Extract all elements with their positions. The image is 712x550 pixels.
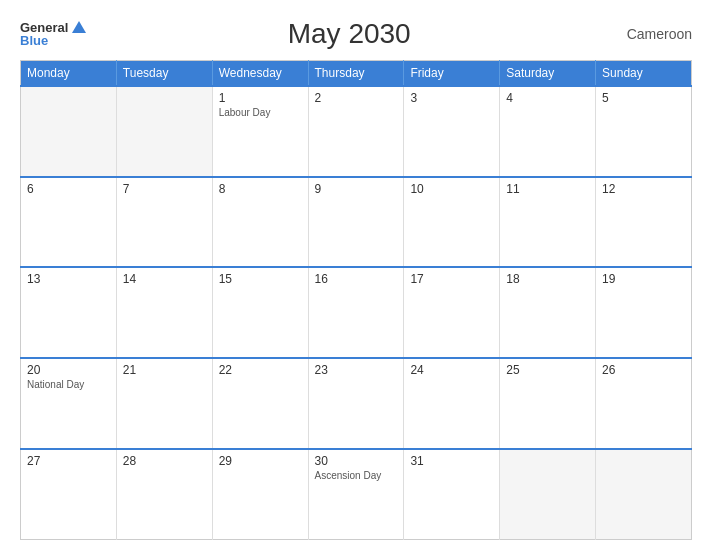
calendar-day-cell: [500, 449, 596, 540]
calendar-title: May 2030: [86, 18, 612, 50]
calendar-day-cell: 2: [308, 86, 404, 177]
day-number: 6: [27, 182, 110, 196]
calendar-day-cell: 24: [404, 358, 500, 449]
day-number: 24: [410, 363, 493, 377]
calendar-day-cell: 10: [404, 177, 500, 268]
logo-triangle-icon: [72, 21, 86, 33]
calendar-day-header: Thursday: [308, 61, 404, 87]
calendar-week-row: 20National Day212223242526: [21, 358, 692, 449]
day-number: 3: [410, 91, 493, 105]
calendar-week-row: 13141516171819: [21, 267, 692, 358]
calendar-day-cell: 30Ascension Day: [308, 449, 404, 540]
calendar-day-cell: 12: [596, 177, 692, 268]
day-number: 19: [602, 272, 685, 286]
calendar-day-cell: 20National Day: [21, 358, 117, 449]
day-number: 31: [410, 454, 493, 468]
day-number: 12: [602, 182, 685, 196]
calendar-day-cell: 17: [404, 267, 500, 358]
calendar-day-cell: 8: [212, 177, 308, 268]
holiday-label: National Day: [27, 379, 110, 390]
calendar-day-cell: [21, 86, 117, 177]
calendar-day-cell: 26: [596, 358, 692, 449]
day-number: 30: [315, 454, 398, 468]
day-number: 18: [506, 272, 589, 286]
calendar-day-header: Wednesday: [212, 61, 308, 87]
calendar-week-row: 27282930Ascension Day31: [21, 449, 692, 540]
calendar-table: MondayTuesdayWednesdayThursdayFridaySatu…: [20, 60, 692, 540]
calendar-day-cell: 7: [116, 177, 212, 268]
calendar-day-cell: 6: [21, 177, 117, 268]
day-number: 23: [315, 363, 398, 377]
day-number: 4: [506, 91, 589, 105]
day-number: 27: [27, 454, 110, 468]
calendar-day-cell: [596, 449, 692, 540]
calendar-day-cell: 22: [212, 358, 308, 449]
calendar-day-cell: 25: [500, 358, 596, 449]
day-number: 9: [315, 182, 398, 196]
calendar-day-cell: 13: [21, 267, 117, 358]
day-number: 2: [315, 91, 398, 105]
calendar-day-cell: 18: [500, 267, 596, 358]
day-number: 14: [123, 272, 206, 286]
day-number: 11: [506, 182, 589, 196]
calendar-day-cell: 21: [116, 358, 212, 449]
day-number: 26: [602, 363, 685, 377]
calendar-day-header: Sunday: [596, 61, 692, 87]
calendar-day-cell: 4: [500, 86, 596, 177]
day-number: 22: [219, 363, 302, 377]
calendar-day-header: Tuesday: [116, 61, 212, 87]
calendar-day-cell: 14: [116, 267, 212, 358]
day-number: 29: [219, 454, 302, 468]
logo: General Blue: [20, 21, 86, 47]
day-number: 8: [219, 182, 302, 196]
calendar-day-cell: 28: [116, 449, 212, 540]
calendar-day-cell: 3: [404, 86, 500, 177]
day-number: 25: [506, 363, 589, 377]
calendar-day-cell: 27: [21, 449, 117, 540]
calendar-day-cell: 15: [212, 267, 308, 358]
day-number: 10: [410, 182, 493, 196]
holiday-label: Ascension Day: [315, 470, 398, 481]
calendar-day-cell: 5: [596, 86, 692, 177]
day-number: 28: [123, 454, 206, 468]
calendar-day-cell: 19: [596, 267, 692, 358]
day-number: 7: [123, 182, 206, 196]
day-number: 1: [219, 91, 302, 105]
calendar-day-header: Monday: [21, 61, 117, 87]
header: General Blue May 2030 Cameroon: [20, 18, 692, 50]
calendar-day-header: Friday: [404, 61, 500, 87]
day-number: 13: [27, 272, 110, 286]
calendar-day-cell: 29: [212, 449, 308, 540]
calendar-day-cell: 16: [308, 267, 404, 358]
calendar-week-row: 6789101112: [21, 177, 692, 268]
calendar-day-cell: 31: [404, 449, 500, 540]
page: General Blue May 2030 Cameroon MondayTue…: [0, 0, 712, 550]
calendar-day-cell: 9: [308, 177, 404, 268]
day-number: 17: [410, 272, 493, 286]
logo-blue: Blue: [20, 34, 48, 47]
calendar-day-cell: 23: [308, 358, 404, 449]
day-number: 20: [27, 363, 110, 377]
holiday-label: Labour Day: [219, 107, 302, 118]
calendar-day-header: Saturday: [500, 61, 596, 87]
calendar-day-cell: 1Labour Day: [212, 86, 308, 177]
day-number: 5: [602, 91, 685, 105]
calendar-day-cell: 11: [500, 177, 596, 268]
calendar-week-row: 1Labour Day2345: [21, 86, 692, 177]
calendar-day-cell: [116, 86, 212, 177]
day-number: 21: [123, 363, 206, 377]
day-number: 16: [315, 272, 398, 286]
calendar-header-row: MondayTuesdayWednesdayThursdayFridaySatu…: [21, 61, 692, 87]
country-label: Cameroon: [612, 26, 692, 42]
day-number: 15: [219, 272, 302, 286]
